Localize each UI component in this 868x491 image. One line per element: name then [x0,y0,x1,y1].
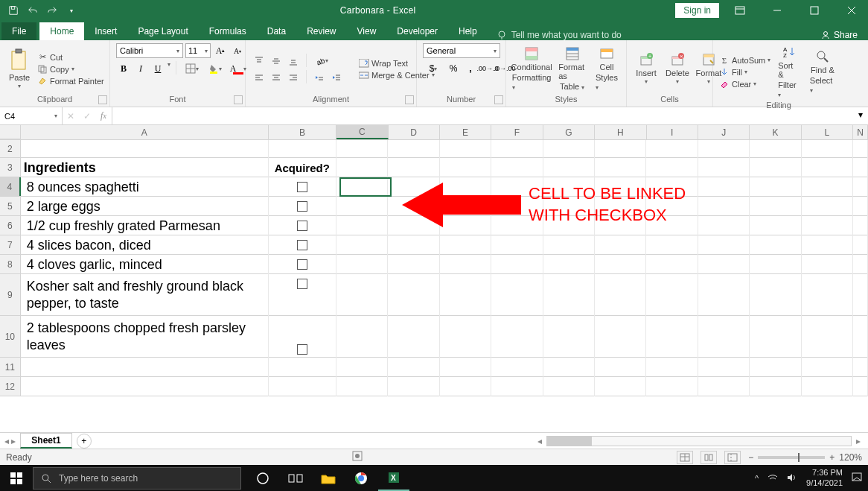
number-format-combo[interactable]: General▾ [423,43,500,58]
cell[interactable] [853,255,868,274]
undo-icon[interactable] [24,1,42,19]
italic-icon[interactable]: I [133,61,148,76]
cell[interactable]: 2 large eggs [21,197,269,216]
cell[interactable] [802,255,853,274]
sheet-tab-1[interactable]: Sheet1 [20,433,71,449]
cell[interactable] [750,255,801,274]
normal-view-icon[interactable] [677,451,693,464]
cell[interactable] [698,377,750,396]
tab-file[interactable]: File [1,22,36,40]
cell[interactable] [491,140,543,158]
cell[interactable] [750,158,801,177]
maximize-icon[interactable] [798,0,831,21]
cell[interactable] [440,274,491,316]
cell[interactable] [853,140,868,158]
align-center-icon[interactable] [269,70,284,85]
cell[interactable] [595,140,646,158]
start-button[interactable] [0,465,33,491]
cell[interactable] [440,158,491,177]
cell[interactable] [336,255,388,274]
minimize-icon[interactable] [761,0,794,21]
row-header-8[interactable]: 8 [0,255,21,273]
percent-format-icon[interactable]: % [446,61,461,76]
col-header-K[interactable]: K [750,125,801,139]
cell[interactable] [698,177,750,197]
col-header-D[interactable]: D [389,125,440,139]
cell[interactable] [388,358,439,377]
cell[interactable] [750,377,801,396]
tab-page-layout[interactable]: Page Layout [127,22,198,40]
decrease-font-icon[interactable]: A▾ [230,43,245,58]
col-header-A[interactable]: A [21,125,269,139]
cell[interactable] [269,197,336,216]
cell[interactable] [750,140,801,158]
cell[interactable] [543,316,595,358]
cell[interactable] [543,358,595,377]
worksheet-grid[interactable]: A B C D E F G H I J K L N 23IngredientsA… [0,125,868,432]
qat-dropdown-icon[interactable]: ▾ [63,1,80,19]
tab-formulas[interactable]: Formulas [199,22,257,40]
font-name-combo[interactable]: Calibri▾ [116,43,183,58]
cell[interactable] [802,197,853,216]
redo-icon[interactable] [43,1,61,19]
cell[interactable] [853,274,868,316]
cell[interactable] [595,177,646,197]
cell[interactable] [595,235,646,255]
select-all-corner[interactable] [0,125,21,139]
zoom-level[interactable]: 120% [839,452,862,463]
cell[interactable] [802,358,853,377]
zoom-out-icon[interactable]: − [748,452,753,463]
col-header-G[interactable]: G [543,125,595,139]
col-header-C[interactable]: C [336,125,388,139]
tab-review[interactable]: Review [296,22,346,40]
cell[interactable] [595,358,646,377]
decrease-indent-icon[interactable] [312,70,327,85]
cell[interactable] [750,274,801,316]
cell[interactable] [440,358,491,377]
cell[interactable] [440,177,491,197]
cell[interactable] [491,358,543,377]
tray-chevron-icon[interactable]: ^ [755,474,759,483]
cell[interactable] [543,216,595,235]
insert-cells-button[interactable]: +Insert▾ [633,51,660,87]
cell[interactable] [646,274,698,316]
cell[interactable] [595,255,646,274]
row-header-10[interactable]: 10 [0,316,21,357]
cell[interactable] [595,158,646,177]
cell[interactable] [336,177,388,197]
col-header-J[interactable]: J [698,125,750,139]
tab-developer[interactable]: Developer [386,22,448,40]
bold-icon[interactable]: B [116,61,131,76]
alignment-launcher-icon[interactable] [405,95,414,104]
cell[interactable] [269,316,336,358]
cell[interactable] [802,377,853,396]
cell[interactable] [750,316,801,358]
cell[interactable] [595,316,646,358]
find-select-button[interactable]: Find &Select ▾ [807,48,838,96]
cell[interactable] [698,255,750,274]
sort-filter-button[interactable]: AZSort &Filter ▾ [775,43,802,101]
align-middle-icon[interactable] [269,54,284,69]
cell[interactable] [336,377,388,396]
cell[interactable] [750,177,801,197]
cell[interactable] [269,235,336,255]
cut-button[interactable]: ✂Cut [37,52,104,63]
tray-volume-icon[interactable] [787,473,797,484]
cell[interactable] [802,158,853,177]
row-header-6[interactable]: 6 [0,216,21,235]
notifications-icon[interactable] [852,472,862,484]
cell[interactable] [595,377,646,396]
paste-button[interactable]: Paste ▾ [6,46,33,92]
cell[interactable] [491,158,543,177]
row-header-7[interactable]: 7 [0,235,21,254]
cell[interactable] [440,377,491,396]
checkbox-icon[interactable] [297,182,307,192]
cell[interactable] [646,197,698,216]
checkbox-icon[interactable] [297,201,307,212]
cell[interactable] [491,177,543,197]
cell[interactable] [646,316,698,358]
col-header-H[interactable]: H [595,125,646,139]
cell[interactable] [336,235,388,255]
comma-format-icon[interactable]: , [463,61,478,76]
cell[interactable] [269,377,336,396]
